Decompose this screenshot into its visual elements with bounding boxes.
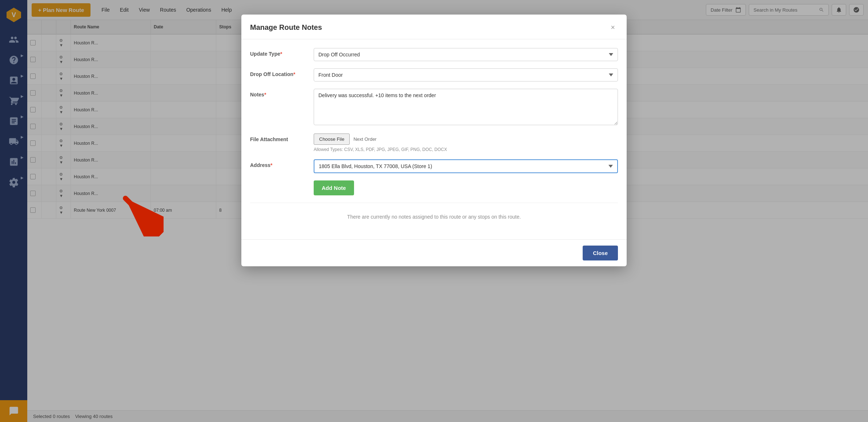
address-label: Address* [250, 159, 314, 168]
update-type-control: Drop Off Occurred [314, 48, 618, 61]
manage-route-notes-modal: Manage Route Notes × Update Type* Drop O… [241, 15, 627, 266]
no-notes-message: There are currently no notes assigned to… [250, 203, 618, 231]
notes-control [314, 89, 618, 126]
file-row: Choose File Next Order [314, 134, 618, 145]
modal-title: Manage Route Notes [250, 23, 322, 32]
required-marker4: * [270, 162, 272, 168]
drop-off-location-select[interactable]: Front Door [314, 68, 618, 81]
required-marker: * [280, 51, 282, 57]
app-wrapper: V ▶ ▶ ▶ ▶ ▶ ▶ ▶ [0, 0, 868, 422]
modal-header: Manage Route Notes × [241, 15, 627, 39]
modal-close-bottom-button[interactable]: Close [583, 246, 618, 260]
svg-line-3 [125, 198, 153, 226]
add-note-row: Add Note [250, 180, 618, 195]
file-attachment-control: Choose File Next Order Allowed Types: CS… [314, 134, 618, 152]
drop-off-label: Drop Off Location* [250, 68, 314, 77]
address-select[interactable]: 1805 Ella Blvd, Houston, TX 77008, USA (… [314, 159, 618, 173]
notes-textarea[interactable] [314, 89, 618, 125]
red-arrow-svg [105, 178, 164, 236]
modal-footer: Close [241, 239, 627, 266]
arrow-annotation [105, 178, 164, 238]
modal-body: Update Type* Drop Off Occurred Drop Off … [241, 39, 627, 239]
address-row: Address* 1805 Ella Blvd, Houston, TX 770… [250, 159, 618, 173]
file-name-label: Next Order [353, 136, 377, 142]
choose-file-button[interactable]: Choose File [314, 134, 350, 145]
update-type-label: Update Type* [250, 48, 314, 57]
update-type-row: Update Type* Drop Off Occurred [250, 48, 618, 61]
file-attachment-label: File Attachment [250, 134, 314, 142]
drop-off-control: Front Door [314, 68, 618, 81]
allowed-types: Allowed Types: CSV, XLS, PDF, JPG, JPEG,… [314, 147, 618, 152]
notes-row: Notes* [250, 89, 618, 126]
drop-off-location-row: Drop Off Location* Front Door [250, 68, 618, 81]
required-marker3: * [264, 92, 266, 97]
file-attachment-row: File Attachment Choose File Next Order A… [250, 134, 618, 152]
address-control: 1805 Ella Blvd, Houston, TX 77008, USA (… [314, 159, 618, 173]
file-area: Choose File Next Order Allowed Types: CS… [314, 134, 618, 152]
add-note-button[interactable]: Add Note [314, 180, 354, 195]
modal-overlay: Manage Route Notes × Update Type* Drop O… [0, 0, 868, 422]
update-type-select[interactable]: Drop Off Occurred [314, 48, 618, 61]
notes-label: Notes* [250, 89, 314, 97]
modal-close-button[interactable]: × [608, 22, 618, 33]
required-marker2: * [293, 71, 295, 77]
